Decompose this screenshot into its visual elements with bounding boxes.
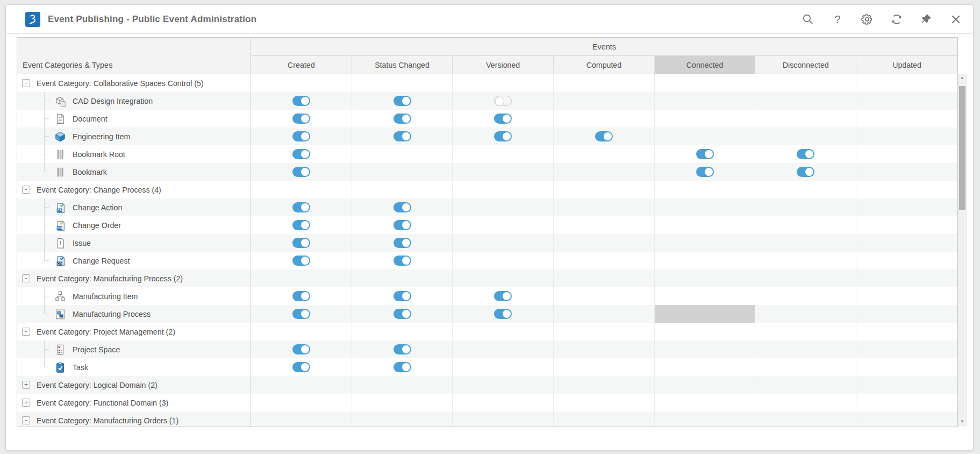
refresh-icon[interactable]	[888, 11, 905, 28]
expand-expander-icon[interactable]: +	[22, 399, 30, 407]
status-changed-toggle-on[interactable]	[394, 96, 411, 106]
scrollbar-thumb[interactable]	[959, 86, 965, 210]
column-header-computed[interactable]: Computed	[554, 56, 655, 74]
cell-disconnected	[755, 234, 856, 252]
item-row: CAChange Action	[17, 198, 957, 216]
column-header-updated[interactable]: Updated	[856, 56, 957, 74]
status-changed-toggle-on[interactable]	[394, 309, 411, 319]
collapse-expander-icon[interactable]: -	[22, 79, 30, 87]
cell-computed	[554, 340, 655, 358]
created-toggle-on[interactable]	[292, 220, 310, 230]
titlebar: Event Publishing - Public Event Administ…	[6, 5, 973, 34]
column-header-connected[interactable]: Connected	[655, 56, 756, 74]
cell-computed	[554, 92, 655, 110]
created-toggle-on[interactable]	[292, 131, 310, 141]
selected-cell[interactable]	[655, 305, 756, 323]
created-toggle-on[interactable]	[292, 113, 310, 124]
cell-updated	[856, 127, 957, 145]
event-type-label: Issue	[73, 239, 91, 247]
computed-toggle-on[interactable]	[595, 131, 613, 141]
versioned-toggle-on[interactable]	[494, 291, 512, 301]
event-type-label: Project Space	[73, 345, 120, 354]
cell-connected	[655, 110, 756, 127]
versioned-toggle-on[interactable]	[494, 309, 512, 319]
event-type-label: Manufacturing Process	[73, 310, 151, 318]
cell-created	[251, 127, 352, 145]
cell-disconnected	[755, 92, 856, 110]
cell-versioned	[453, 323, 554, 340]
collapse-expander-icon[interactable]: -	[22, 416, 30, 424]
scroll-down-arrow[interactable]	[958, 418, 966, 425]
cell-created	[251, 198, 352, 216]
cell-status-changed	[352, 252, 453, 269]
pin-icon[interactable]	[918, 11, 935, 28]
search-icon[interactable]	[799, 11, 817, 28]
expand-expander-icon[interactable]: +	[22, 381, 30, 389]
status-changed-toggle-on[interactable]	[394, 362, 411, 372]
created-toggle-on[interactable]	[292, 309, 310, 319]
cell-status-changed	[352, 127, 453, 145]
svg-text:?: ?	[834, 13, 840, 25]
settings-gear-icon[interactable]	[859, 11, 876, 28]
cell-created	[251, 412, 352, 427]
status-changed-toggle-on[interactable]	[394, 238, 411, 248]
help-icon[interactable]: ?	[829, 11, 846, 28]
column-header-versioned[interactable]: Versioned	[453, 56, 554, 74]
cell-updated	[856, 92, 957, 110]
cell-updated	[856, 394, 957, 412]
created-toggle-on[interactable]	[292, 167, 310, 177]
versioned-toggle-on[interactable]	[494, 131, 512, 141]
cell-versioned	[453, 181, 554, 198]
collapse-expander-icon[interactable]: -	[22, 274, 30, 282]
event-type-label: Bookmark	[73, 168, 107, 176]
vertical-scrollbar[interactable]	[958, 74, 967, 426]
created-toggle-on[interactable]	[292, 149, 310, 159]
status-changed-toggle-on[interactable]	[394, 291, 411, 301]
status-changed-toggle-on[interactable]	[394, 256, 411, 266]
disconnected-toggle-on[interactable]	[797, 167, 814, 177]
cell-updated	[856, 252, 957, 269]
status-changed-toggle-on[interactable]	[394, 113, 411, 124]
versioned-toggle-off[interactable]	[494, 96, 512, 106]
created-toggle-on[interactable]	[292, 202, 310, 212]
bookmark-icon	[54, 148, 66, 160]
disconnected-toggle-on[interactable]	[797, 149, 814, 159]
cell-computed	[554, 287, 655, 305]
collapse-expander-icon[interactable]: -	[22, 328, 30, 336]
cell-updated	[856, 234, 957, 252]
category-row: -Event Category: Project Management (2)	[17, 323, 957, 340]
created-toggle-on[interactable]	[292, 362, 310, 372]
collapse-expander-icon[interactable]: -	[22, 186, 30, 194]
column-header-status-changed[interactable]: Status Changed	[352, 56, 453, 74]
cell-disconnected	[755, 376, 856, 394]
created-toggle-on[interactable]	[292, 256, 310, 266]
status-changed-toggle-on[interactable]	[394, 202, 411, 212]
cell-connected	[655, 376, 756, 394]
svg-text:CR: CR	[57, 262, 62, 265]
cell-disconnected	[755, 412, 856, 427]
connected-toggle-on[interactable]	[696, 167, 714, 177]
created-toggle-on[interactable]	[292, 291, 310, 301]
status-changed-toggle-on[interactable]	[394, 344, 411, 354]
category-row: -Event Category: Manufacturing Process (…	[17, 269, 957, 287]
tree-cell: Bookmark Root	[17, 145, 251, 163]
column-header-disconnected[interactable]: Disconnected	[755, 56, 856, 74]
versioned-toggle-on[interactable]	[494, 113, 512, 124]
cell-updated	[856, 216, 957, 234]
status-changed-toggle-on[interactable]	[394, 131, 411, 141]
cell-versioned	[453, 234, 554, 252]
status-changed-toggle-on[interactable]	[394, 220, 411, 230]
column-header-created[interactable]: Created	[251, 56, 352, 74]
scroll-up-arrow[interactable]	[958, 74, 966, 82]
cell-versioned	[453, 269, 554, 287]
cell-versioned	[453, 127, 554, 145]
cell-disconnected	[755, 127, 856, 145]
connected-toggle-on[interactable]	[696, 149, 714, 159]
created-toggle-on[interactable]	[292, 96, 310, 106]
close-icon[interactable]	[947, 11, 964, 28]
tree-cell: -Event Category: Manufacturing Orders (1…	[17, 412, 251, 427]
tree-cell: +Event Category: Functional Domain (3)	[17, 394, 251, 412]
column-header-event-categories-types[interactable]: Event Categories & Types	[17, 38, 251, 74]
created-toggle-on[interactable]	[292, 344, 310, 354]
created-toggle-on[interactable]	[292, 238, 310, 248]
